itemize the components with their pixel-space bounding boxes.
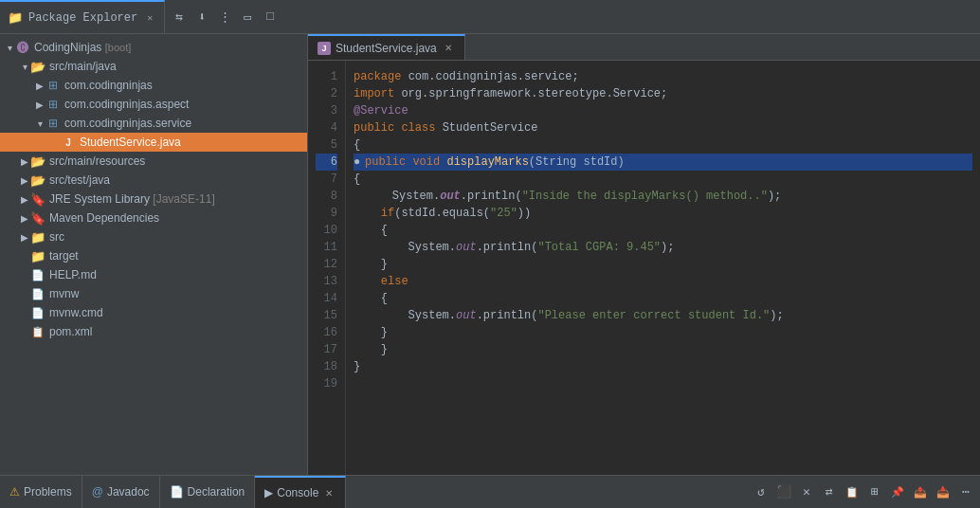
code-line-14: { <box>354 290 972 307</box>
link-with-editor-icon[interactable]: ⬇ <box>191 7 212 27</box>
editor-area: J StudentService.java ✕ 1 2 3 4 5 6 7 8 … <box>308 34 980 475</box>
tree-item-src-test-java[interactable]: ▶ 📂 src/test/java <box>0 171 307 190</box>
line-numbers: 1 2 3 4 5 6 7 8 9 10 11 12 13 14 15 16 1… <box>308 61 346 475</box>
arrow-maven-deps: ▶ <box>19 212 30 224</box>
restart-icon[interactable]: ↺ <box>751 481 771 502</box>
line-num-4: 4 <box>316 119 337 136</box>
tree-item-src[interactable]: ▶ 📁 src <box>0 227 307 246</box>
tree-item-com-codingninjas-service[interactable]: ▾ ⊞ com.codingninjas.service <box>0 114 307 133</box>
tree-label-maven-deps: Maven Dependencies <box>49 211 303 225</box>
tree-item-target[interactable]: 📁 target <box>0 246 307 265</box>
grid-icon[interactable]: ⊞ <box>864 481 885 502</box>
code-line-5: { <box>354 136 972 154</box>
maximize-icon[interactable]: □ <box>260 7 281 27</box>
src-folder-icon: 📂 <box>30 172 45 188</box>
sidebar: ▾ 🅒 CodingNinjas [boot] ▾ 📂 src/main/jav… <box>0 34 308 475</box>
line-num-3: 3 <box>316 102 337 119</box>
copy-icon[interactable]: 📋 <box>842 481 862 502</box>
code-line-6: ●public void displayMarks(String stdId) <box>354 154 972 171</box>
code-line-3: @Service <box>354 102 972 119</box>
arrow-src-main-resources: ▶ <box>19 155 30 167</box>
tree-item-codingninjas[interactable]: ▾ 🅒 CodingNinjas [boot] <box>0 38 307 57</box>
line-num-17: 17 <box>316 341 337 358</box>
line-num-10: 10 <box>316 222 337 239</box>
tree-label-com-codingninjas-service: com.codingninjas.service <box>64 117 303 130</box>
console-tab-close[interactable]: ✕ <box>322 486 336 499</box>
code-line-8: . System.out.println("Inside the display… <box>354 188 972 205</box>
collapse-all-icon[interactable]: ⇆ <box>169 7 190 27</box>
line-num-16: 16 <box>316 324 337 341</box>
editor-tab-close[interactable]: ✕ <box>442 42 455 55</box>
code-line-19 <box>354 375 972 392</box>
tab-console[interactable]: ▶ Console ✕ <box>255 476 346 508</box>
tree-item-mvnw[interactable]: 📄 mvnw <box>0 284 307 303</box>
tree-item-com-codingninjas[interactable]: ▶ ⊞ com.codingninjas <box>0 76 307 95</box>
code-line-13: else <box>354 273 972 290</box>
src-folder-icon: 📂 <box>30 59 45 74</box>
library-icon: 🔖 <box>30 191 45 207</box>
clear-icon[interactable]: ⇄ <box>819 481 840 502</box>
tab-declaration-label: Declaration <box>188 485 245 499</box>
java-file-tab-icon: J <box>318 42 331 55</box>
xml-file-icon: 📋 <box>30 324 45 339</box>
console-icon: ▶ <box>264 486 273 499</box>
line-num-8: 8 <box>316 188 337 205</box>
package-explorer-tab-close[interactable]: ✕ <box>143 11 156 25</box>
src-folder-icon: 📂 <box>30 154 45 169</box>
line-num-13: 13 <box>316 273 337 290</box>
close-console-icon[interactable]: ✕ <box>796 481 817 502</box>
tab-javadoc[interactable]: @ Javadoc <box>82 476 160 508</box>
editor-tab-label: StudentService.java <box>336 42 437 55</box>
minimize-icon[interactable]: ▭ <box>237 7 258 27</box>
sidebar-toolbar: ⇆ ⬇ ⋮ ▭ □ <box>169 7 281 27</box>
stop-icon[interactable]: ⬛ <box>773 481 794 502</box>
view-menu-icon[interactable]: ⋮ <box>214 7 235 27</box>
tab-problems[interactable]: ⚠ Problems <box>0 476 82 508</box>
line-num-15: 15 <box>316 307 337 324</box>
file-icon: 📄 <box>30 286 45 301</box>
line-num-14: 14 <box>316 290 337 307</box>
tree-item-studentservice[interactable]: J StudentService.java <box>0 133 307 152</box>
tree-item-maven-deps[interactable]: ▶ 🔖 Maven Dependencies <box>0 209 307 227</box>
arrow-com-codingninjas-service: ▾ <box>34 118 45 129</box>
code-line-18: } <box>354 358 972 375</box>
tree-label-com-codingninjas-aspect: com.codingninjas.aspect <box>64 98 303 111</box>
tree-item-help-md[interactable]: 📄 HELP.md <box>0 265 307 284</box>
problems-icon: ⚠ <box>9 485 20 499</box>
arrow-src-test-java: ▶ <box>19 174 30 186</box>
tree-item-com-codingninjas-aspect[interactable]: ▶ ⊞ com.codingninjas.aspect <box>0 95 307 114</box>
export-icon[interactable]: 📤 <box>910 481 931 502</box>
tree-item-src-main-java[interactable]: ▾ 📂 src/main/java <box>0 57 307 76</box>
folder-icon: 📁 <box>30 229 45 245</box>
package-explorer-tab[interactable]: 📁 Package Explorer ✕ <box>0 0 165 33</box>
pin-icon[interactable]: 📌 <box>887 481 908 502</box>
tree-item-src-main-resources[interactable]: ▶ 📂 src/main/resources <box>0 152 307 171</box>
code-line-12: } <box>354 256 972 273</box>
tree-label-help-md: HELP.md <box>49 268 303 281</box>
arrow-jre-library: ▶ <box>19 193 30 205</box>
line-num-7: 7 <box>316 171 337 188</box>
line-num-19: 19 <box>316 375 337 392</box>
package-icon: ⊞ <box>45 78 61 93</box>
library-icon: 🔖 <box>30 210 45 226</box>
tree-label-studentservice: StudentService.java <box>80 136 303 149</box>
tab-problems-label: Problems <box>24 485 72 499</box>
tab-declaration[interactable]: 📄 Declaration <box>160 476 256 508</box>
line-num-2: 2 <box>316 85 337 102</box>
package-explorer-tab-label: Package Explorer <box>28 11 137 25</box>
arrow-src: ▶ <box>19 231 30 243</box>
tree-item-mvnw-cmd[interactable]: 📄 mvnw.cmd <box>0 303 307 322</box>
more-icon[interactable]: ⋯ <box>955 481 976 502</box>
tree-label-target: target <box>49 249 303 263</box>
arrow-com-codingninjas: ▶ <box>34 80 45 91</box>
import-icon[interactable]: 📥 <box>933 481 953 502</box>
tree-item-jre-library[interactable]: ▶ 🔖 JRE System Library [JavaSE-11] <box>0 190 307 209</box>
code-content[interactable]: package com.codingninjas.service; import… <box>346 61 980 475</box>
tree-item-pom-xml[interactable]: 📋 pom.xml <box>0 322 307 341</box>
code-line-9: if(stdId.equals("25")) <box>354 205 972 222</box>
code-line-16: } <box>354 324 972 341</box>
tree-label-src-main-java: src/main/java <box>49 60 303 73</box>
line-num-6: 6 <box>316 154 337 171</box>
tree-label-com-codingninjas: com.codingninjas <box>64 79 303 92</box>
editor-tab-studentservice[interactable]: J StudentService.java ✕ <box>308 34 465 60</box>
